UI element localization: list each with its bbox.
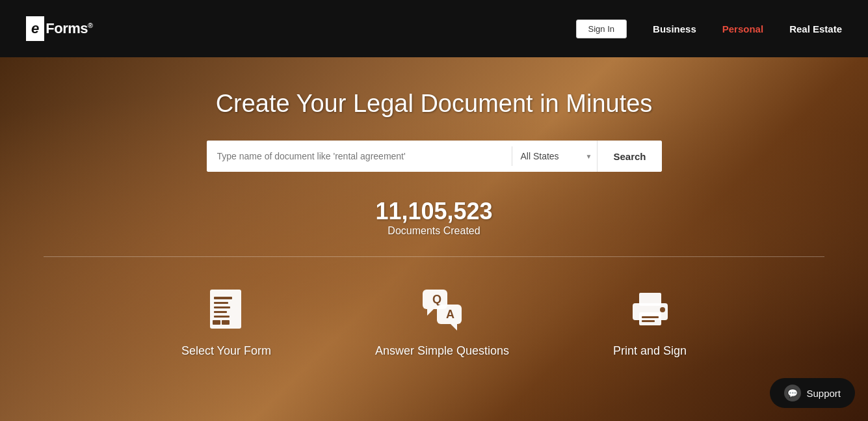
svg-marker-9 [427,309,434,316]
svg-rect-15 [639,293,661,306]
svg-rect-16 [639,312,661,325]
header: e Forms® Sign In Business Personal Real … [0,0,868,57]
nav-area: Sign In Business Personal Real Estate [576,20,842,38]
logo-box: e [26,16,44,41]
feature-select-form: Select Your Form [181,283,271,358]
logo-forms: Forms® [46,20,92,37]
svg-rect-1 [214,297,232,299]
state-select-wrapper: All States AlabamaAlaskaArizona Californ… [512,151,597,161]
search-bar: All States AlabamaAlaskaArizona Californ… [207,141,662,172]
svg-rect-7 [222,320,230,325]
stats-label: Documents Created [388,225,480,237]
features-row: Select Your Form Q A Answer [155,283,713,358]
signin-button[interactable]: Sign In [576,20,627,38]
feature-print-sign: Print and Sign [613,283,687,358]
nav-real-estate[interactable]: Real Estate [789,23,842,34]
support-button[interactable]: 💬 Support [770,378,855,408]
hero-title: Create Your Legal Document in Minutes [216,90,653,118]
feature-answer-questions-label: Answer Simple Questions [375,344,509,358]
section-divider [44,256,825,257]
support-label: Support [806,388,841,399]
svg-rect-18 [642,320,655,322]
qa-icon: Q A [416,283,468,335]
svg-rect-4 [214,311,227,313]
hero-content: Create Your Legal Document in Minutes Al… [0,57,868,358]
logo-forms-text: Forms [46,20,88,36]
svg-text:A: A [446,308,454,321]
print-icon [624,283,676,335]
svg-rect-17 [642,316,659,318]
logo-reg: ® [88,21,93,29]
svg-rect-2 [214,302,228,304]
svg-marker-12 [451,324,457,331]
svg-rect-6 [213,320,220,325]
svg-text:Q: Q [432,293,441,306]
search-input[interactable] [207,141,512,172]
search-button[interactable]: Search [597,141,661,172]
logo-e: e [31,20,39,37]
stats-count: 11,105,523 [375,198,492,225]
form-icon [200,283,252,335]
svg-rect-5 [214,316,230,318]
feature-answer-questions: Q A Answer Simple Questions [375,283,509,358]
nav-personal[interactable]: Personal [722,23,763,34]
hero-section: Create Your Legal Document in Minutes Al… [0,57,868,421]
feature-select-form-label: Select Your Form [181,344,271,358]
nav-business[interactable]: Business [653,23,696,34]
svg-point-19 [660,307,665,312]
support-icon: 💬 [784,385,801,401]
feature-print-sign-label: Print and Sign [613,344,687,358]
svg-rect-3 [214,306,230,308]
logo[interactable]: e Forms® [26,16,93,41]
state-select[interactable]: All States AlabamaAlaskaArizona Californ… [512,151,597,161]
